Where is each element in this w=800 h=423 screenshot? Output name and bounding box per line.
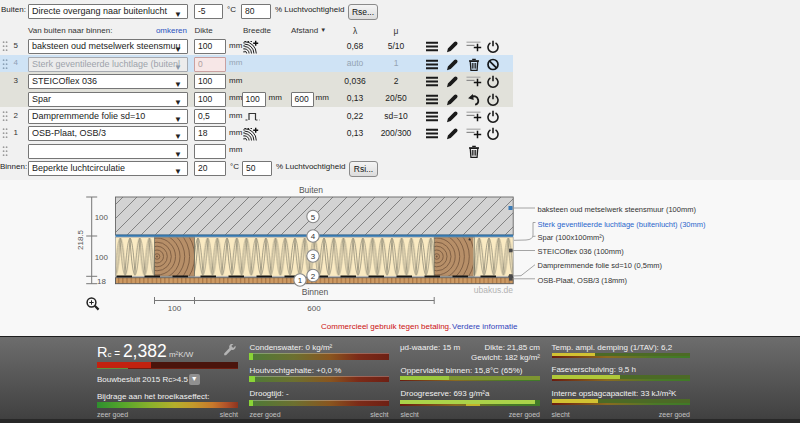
svg-text:Sterk geventileerde luchtlage: Sterk geventileerde luchtlage (buitenluc… (538, 220, 707, 229)
svg-text:ubakus.de: ubakus.de (474, 285, 513, 295)
svg-text:Buiten: Buiten (299, 185, 323, 195)
svg-text:5: 5 (311, 213, 316, 222)
svg-text:STEICOflex 036 (100mm): STEICOflex 036 (100mm) (538, 247, 625, 256)
svg-text:OSB-Plaat, OSB/3 (18mm): OSB-Plaat, OSB/3 (18mm) (538, 276, 628, 285)
svg-text:1: 1 (298, 276, 303, 285)
svg-text:Spar (100x100mm²): Spar (100x100mm²) (538, 233, 605, 242)
svg-text:baksteen oud metselwerk steens: baksteen oud metselwerk steensmuur (100m… (538, 205, 697, 214)
svg-text:600: 600 (307, 304, 321, 313)
svg-text:2: 2 (311, 272, 316, 281)
svg-text:4: 4 (311, 232, 316, 241)
svg-text:Dampremmende folie sd=10 (0,5m: Dampremmende folie sd=10 (0,5mm) (538, 261, 663, 270)
svg-text:100: 100 (168, 304, 182, 313)
svg-text:100: 100 (95, 253, 109, 262)
svg-text:100: 100 (95, 213, 109, 222)
svg-text:18: 18 (97, 277, 106, 286)
svg-text:218.5: 218.5 (76, 229, 85, 250)
svg-text:3: 3 (311, 252, 316, 261)
svg-text:Binnen: Binnen (302, 287, 329, 297)
